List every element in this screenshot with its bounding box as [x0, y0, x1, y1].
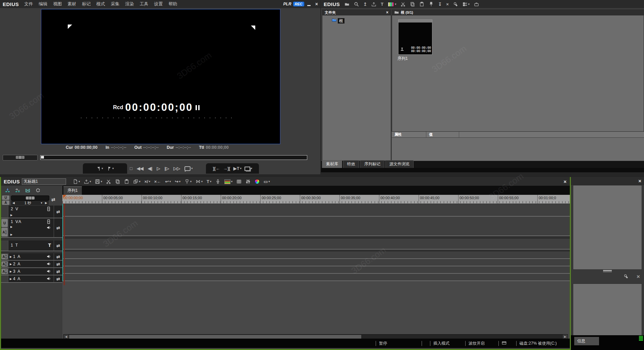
create-title-icon[interactable]: T▾: [207, 179, 211, 184]
tab-source-browser[interactable]: 源文件浏览: [385, 160, 414, 168]
minimize-icon[interactable]: [307, 5, 311, 6]
playhead-line[interactable]: [64, 204, 65, 285]
render-icon[interactable]: ▾: [224, 179, 232, 184]
chevron-down-icon[interactable]: ▾: [210, 179, 211, 184]
track-header-1va[interactable]: UA121 VA▶▶⇄: [1, 218, 62, 238]
menu-item-settings[interactable]: 设置: [154, 1, 163, 7]
create-colorbars-icon[interactable]: ▾: [388, 2, 396, 7]
paste-icon[interactable]: [419, 2, 424, 7]
play-step-icon[interactable]: |▷: [165, 166, 169, 171]
set-transition-icon[interactable]: ▾: [196, 179, 203, 184]
create-title-icon[interactable]: T: [381, 2, 383, 7]
insert-mode-icon[interactable]: [5, 188, 10, 193]
up-folder-icon[interactable]: ↥: [363, 2, 367, 7]
expand-icon[interactable]: ▶: [10, 255, 12, 258]
track-lane-2a[interactable]: [63, 259, 570, 266]
expand-icon[interactable]: ▶: [10, 263, 12, 266]
menu-item-render[interactable]: 渲染: [125, 1, 134, 7]
panel-divider-handle[interactable]: [603, 270, 612, 272]
menu-item-clip[interactable]: 素材: [67, 1, 76, 7]
side-panel-bottom[interactable]: [573, 283, 642, 336]
jog-shuttle-right-icon[interactable]: ▾: [107, 166, 114, 171]
color-correction-icon[interactable]: [255, 179, 260, 184]
loop-playback-icon[interactable]: ▾: [184, 166, 193, 171]
track-lane-2v[interactable]: [63, 204, 570, 217]
ripple-delete-icon[interactable]: ×/▾: [144, 179, 150, 184]
track-lane-3a[interactable]: [63, 266, 570, 274]
shuttle-handle[interactable]: [16, 156, 24, 159]
rewind-icon[interactable]: ◀◀: [137, 166, 144, 171]
position-bar[interactable]: [40, 155, 307, 160]
audio-channel-button[interactable]: A56: [1, 261, 8, 267]
menu-item-tools[interactable]: 工具: [140, 1, 148, 7]
expand-icon[interactable]: ▶: [10, 277, 12, 280]
fast-forward-icon[interactable]: ▷▷: [173, 166, 180, 171]
cut-icon[interactable]: [106, 179, 111, 184]
track-lanes[interactable]: [62, 204, 570, 281]
menu-item-file[interactable]: 文件: [24, 1, 33, 7]
search-icon[interactable]: [354, 2, 359, 7]
tab-bin[interactable]: 素材库: [322, 160, 342, 168]
chevron-down-icon[interactable]: ▾: [395, 2, 396, 7]
pin-icon[interactable]: [429, 2, 434, 7]
root-folder-item[interactable]: 根: [332, 17, 391, 24]
scrollbar-thumb[interactable]: [69, 335, 361, 339]
expand-icon[interactable]: ▶: [10, 270, 12, 273]
clip-list-area[interactable]: 00:00:00;00 00:00:00;00 序列1: [392, 15, 644, 132]
settings-toolbox-icon[interactable]: [474, 2, 479, 7]
chevron-down-icon[interactable]: ▾: [149, 179, 150, 184]
jog-shuttle-left-icon[interactable]: ▾: [96, 166, 103, 171]
chevron-down-icon[interactable]: ▾: [90, 179, 91, 184]
rec-button[interactable]: REC: [293, 2, 304, 6]
track-header-3a[interactable]: A78▶3 A⇄: [1, 268, 62, 275]
cut-icon[interactable]: [400, 2, 406, 7]
plr-button[interactable]: PLR: [283, 2, 291, 6]
menu-item-marker[interactable]: 标记: [82, 1, 91, 7]
chevron-down-icon[interactable]: ▾: [268, 179, 270, 184]
swap-icon[interactable]: ⇄: [56, 225, 60, 230]
track-lane-1a[interactable]: [63, 252, 570, 259]
paste-icon[interactable]: [124, 179, 129, 184]
track-header-2v[interactable]: 2 V▶⇄: [1, 206, 62, 218]
chevron-down-icon[interactable]: ▾: [101, 179, 102, 184]
tab-info[interactable]: 信息: [574, 337, 599, 345]
chevron-down-icon[interactable]: ▾: [251, 166, 252, 171]
close-icon[interactable]: ×: [564, 179, 567, 184]
copy-icon[interactable]: [115, 179, 120, 184]
chevron-down-icon[interactable]: ▾: [102, 166, 103, 171]
swap-icon[interactable]: ⇄: [56, 262, 60, 267]
panel-layout-icon[interactable]: ▭▾: [264, 179, 270, 184]
master-video-mute-button[interactable]: U: [2, 195, 9, 200]
voice-over-icon[interactable]: [215, 179, 220, 184]
save-project-icon[interactable]: ▾: [95, 179, 102, 184]
zoom-handle[interactable]: [26, 196, 35, 200]
chevron-down-icon[interactable]: ▾: [240, 166, 241, 171]
scale-next-icon[interactable]: ▶: [44, 201, 49, 205]
close-icon[interactable]: ×: [386, 10, 388, 15]
add-cut-point-icon[interactable]: ▾: [184, 179, 192, 184]
chevron-down-icon[interactable]: ▾: [112, 166, 114, 171]
add-to-bin-icon[interactable]: [371, 2, 376, 7]
previous-frame-icon[interactable]: ◀|: [148, 166, 153, 171]
properties-icon[interactable]: [624, 274, 629, 280]
display-mode-icon[interactable]: ▾: [245, 166, 252, 171]
clip-name[interactable]: 序列1: [397, 56, 408, 61]
play-icon[interactable]: ▷: [157, 166, 160, 171]
sequence-clip-thumbnail[interactable]: 00:00:00;00 00:00:00;00: [398, 19, 432, 55]
delete-icon[interactable]: ×: [637, 273, 640, 280]
view-mode-icon[interactable]: ▾: [463, 2, 470, 7]
track-header-2a[interactable]: A56▶2 A⇄: [1, 261, 62, 268]
timeline-ruler[interactable]: 00:00:00;0000:00:05;0000:00:10;0000:00:1…: [62, 195, 570, 204]
goto-in-point-icon[interactable]: ][←: [213, 166, 220, 171]
time-scale-selector[interactable]: ◀ 1 秒 ▾ ▶: [11, 201, 49, 205]
chevron-down-icon[interactable]: ▾: [201, 179, 203, 184]
swap-icon[interactable]: ⇄: [51, 197, 55, 202]
audio-channel-button[interactable]: A78: [1, 269, 8, 274]
add-between-icon[interactable]: ▾: [133, 179, 140, 184]
chevron-down-icon[interactable]: ▾: [190, 179, 192, 184]
play-around-cursor-icon[interactable]: ▶T▾: [233, 166, 241, 171]
menu-item-capture[interactable]: 采集: [111, 1, 119, 7]
scale-prev-icon[interactable]: ◀: [11, 201, 16, 205]
new-folder-icon[interactable]: [344, 2, 350, 7]
swap-icon[interactable]: ⇄: [56, 209, 60, 214]
